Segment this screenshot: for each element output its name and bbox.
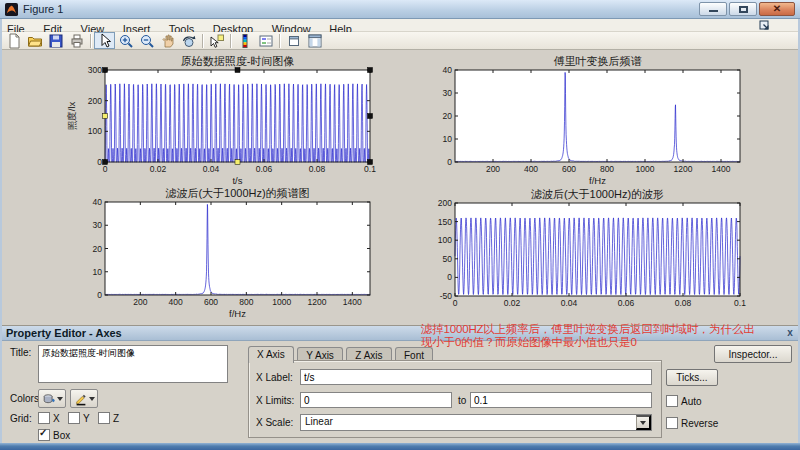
box-checkbox-box[interactable] [38, 429, 50, 441]
x-tick-label: 0.04 [561, 298, 578, 308]
pan-button[interactable] [157, 32, 178, 49]
grid-x-checkbox[interactable]: X [38, 412, 60, 424]
fill-color-button[interactable] [38, 389, 66, 408]
y-tick-label: 10 [443, 134, 453, 144]
selection-handle[interactable] [368, 114, 373, 119]
x-tick-label: 1000 [272, 297, 291, 307]
pen-icon [74, 392, 88, 406]
tab-x-axis[interactable]: X Axis [248, 346, 294, 363]
x-tick-label: 400 [169, 297, 183, 307]
minimize-icon [709, 10, 718, 12]
print-icon [69, 33, 85, 49]
y-tick-label: 20 [443, 111, 453, 121]
x-tick-label: 400 [524, 164, 538, 174]
maximize-button[interactable] [729, 2, 757, 16]
auto-checkbox-box[interactable] [666, 395, 678, 407]
property-editor-title: Property Editor - Axes [6, 327, 122, 339]
rotate-3d-button[interactable] [178, 32, 199, 49]
selection-handle[interactable] [368, 68, 373, 73]
subplot-top-left[interactable]: 00.020.040.060.080.10100200300原始数据照度-时间图… [66, 55, 376, 186]
x-tick-label: 600 [562, 164, 576, 174]
selection-handle[interactable] [103, 160, 108, 165]
auto-checkbox[interactable]: Auto [666, 395, 702, 407]
y-tick-label: 100 [88, 126, 102, 136]
subplots-svg: 00.020.040.060.080.10100200300原始数据照度-时间图… [0, 50, 800, 325]
subplot-bottom-right[interactable]: 00.020.040.060.080.1-50050100150200滤波后(大… [438, 188, 746, 308]
annotation-line-2: 现小于0的值？而原始图像中最小值也只是0 [421, 336, 761, 349]
close-button[interactable]: ✕ [759, 2, 795, 16]
minimize-button[interactable] [699, 2, 727, 16]
edit-plot-arrow-icon [97, 33, 113, 49]
selection-handle[interactable] [103, 68, 108, 73]
x-scale-dropdown-button[interactable] [636, 415, 651, 430]
y-tick-label: 30 [93, 220, 103, 230]
figure-window: Figure 1 ✕ File Edit View Insert Tools D… [0, 0, 800, 450]
annotation-text: 滤掉1000HZ以上频率后，傅里叶逆变换后返回到时域时，为什么出 现小于0的值？… [421, 323, 761, 349]
x-tick-label: 0.02 [150, 164, 167, 174]
x-axis-label: t/s [232, 175, 242, 186]
x-scale-field-label: X Scale: [256, 417, 293, 428]
y-tick-label: 40 [443, 65, 453, 75]
axes-title-input[interactable]: 原始数据照度-时间图像 [38, 345, 228, 383]
y-tick-label: 0 [97, 157, 102, 167]
insert-legend-button[interactable] [255, 32, 276, 49]
y-tick-label: 50 [443, 254, 453, 264]
grid-z-checkbox[interactable]: Z [98, 412, 119, 424]
grid-x-checkbox-box[interactable] [38, 412, 50, 424]
x-tick-label: 800 [239, 297, 253, 307]
insert-colorbar-button[interactable] [234, 32, 255, 49]
x-label-input[interactable] [300, 369, 652, 385]
grid-y-checkbox[interactable]: Y [68, 412, 90, 424]
grid-x-label: X [53, 413, 60, 424]
selection-handle[interactable] [235, 160, 240, 165]
hide-plot-tools-button[interactable] [283, 32, 304, 49]
hide-plot-tools-icon [286, 33, 302, 49]
window-border-bottom [0, 443, 800, 450]
new-figure-button[interactable] [3, 32, 24, 49]
subplot-bottom-left[interactable]: 200400600800100012001400010203040滤波后(大于1… [93, 187, 370, 319]
zoom-in-button[interactable] [115, 32, 136, 49]
grid-y-checkbox-box[interactable] [68, 412, 80, 424]
y-tick-label: 0 [447, 157, 452, 167]
open-file-button[interactable] [24, 32, 45, 49]
selection-handle[interactable] [235, 68, 240, 73]
property-editor-body: Title: 原始数据照度-时间图像 Colors: Grid: [0, 341, 800, 444]
x-limits-from-input[interactable] [300, 392, 452, 408]
maximize-icon [739, 6, 748, 13]
zoom-out-button[interactable] [136, 32, 157, 49]
show-plot-tools-button[interactable] [304, 32, 325, 49]
x-tick-label: 0.06 [618, 298, 635, 308]
x-tick-label: 0.1 [364, 164, 376, 174]
dock-figure-button[interactable] [758, 19, 772, 31]
y-tick-label: 100 [438, 235, 452, 245]
matlab-logo-icon [5, 3, 18, 16]
x-limits-to-input[interactable] [470, 392, 652, 408]
x-tick-label: 0.02 [504, 298, 521, 308]
colors-label: Colors: [10, 393, 42, 404]
titlebar[interactable]: Figure 1 ✕ [0, 0, 800, 19]
selection-handle[interactable] [103, 114, 108, 119]
print-button[interactable] [66, 32, 87, 49]
x-tick-label: 1400 [343, 297, 362, 307]
edit-plot-button[interactable] [94, 32, 115, 49]
box-checkbox[interactable]: Box [38, 429, 70, 441]
title-field-label: Title: [10, 347, 31, 358]
grid-z-checkbox-box[interactable] [98, 412, 110, 424]
subplot-top-right[interactable]: 200400600800100012001400010203040傅里叶变换后频… [443, 55, 740, 186]
ticks-button[interactable]: Ticks... [666, 369, 718, 386]
data-cursor-button[interactable] [206, 32, 227, 49]
edge-color-button[interactable] [70, 389, 98, 408]
y-tick-label: 150 [438, 217, 452, 227]
property-editor-close-button[interactable]: x [784, 327, 796, 339]
toolbar-separator [279, 34, 280, 48]
selection-handle[interactable] [368, 160, 373, 165]
x-tick-label: 200 [486, 164, 500, 174]
reverse-checkbox-box[interactable] [666, 417, 678, 429]
figure-canvas[interactable]: 00.020.040.060.080.10100200300原始数据照度-时间图… [0, 50, 800, 325]
window-title: Figure 1 [23, 3, 63, 15]
auto-label: Auto [681, 396, 702, 407]
reverse-checkbox[interactable]: Reverse [666, 417, 718, 429]
x-scale-select[interactable]: Linear [300, 414, 652, 431]
save-button[interactable] [45, 32, 66, 49]
close-icon: ✕ [760, 3, 794, 15]
